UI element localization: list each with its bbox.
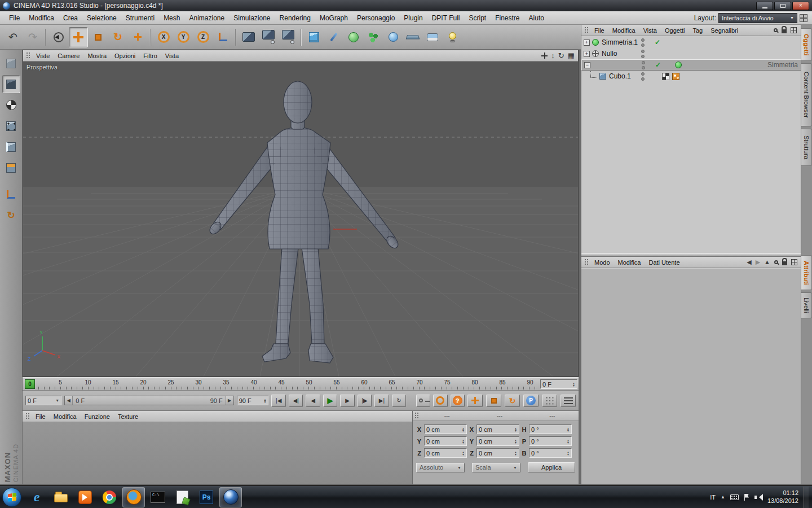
history-forward-icon[interactable]: ▶: [756, 259, 760, 265]
menu-personaggio[interactable]: Personaggio: [352, 14, 399, 22]
viewport-menu-vista[interactable]: Vista: [161, 52, 183, 59]
record-pla-toggle[interactable]: [542, 395, 557, 407]
rotate-view-icon[interactable]: ↻: [558, 52, 564, 59]
range-track[interactable]: 0 F 90 F: [72, 396, 226, 405]
phong-tag-icon[interactable]: [672, 73, 679, 80]
materials-menu-texture[interactable]: Texture: [114, 413, 142, 420]
goto-end-button[interactable]: ▶|: [374, 395, 389, 407]
pin-icon[interactable]: ▲: [764, 259, 770, 265]
om-menu-vista[interactable]: Vista: [639, 27, 661, 34]
panel-menu-icon[interactable]: [791, 259, 797, 265]
apply-button[interactable]: Applica: [528, 462, 575, 472]
timeline-ruler[interactable]: 0 5 10 15 20 25 30 35 40 45 50 55 60 65 …: [23, 377, 579, 391]
om-menu-modifica[interactable]: Modifica: [608, 27, 639, 34]
enabled-check-icon[interactable]: ✓: [655, 61, 661, 69]
perspective-viewport[interactable]: Prospettiva: [23, 62, 578, 376]
taskbar-chrome-button[interactable]: [98, 487, 121, 507]
layout-select[interactable]: Interfaccia di Avvio ▼: [718, 13, 797, 23]
lock-icon[interactable]: [782, 29, 787, 33]
coords-scale-select[interactable]: Scala ▼: [472, 463, 520, 472]
materials-menu-funzione[interactable]: Funzione: [81, 413, 114, 420]
texture-tag-icon[interactable]: [662, 73, 669, 80]
visibility-dots[interactable]: [641, 50, 645, 58]
menu-plugin[interactable]: Plugin: [399, 14, 427, 22]
taskbar-cinema4d-button[interactable]: [219, 487, 242, 507]
taskbar-photoshop-button[interactable]: Ps: [195, 487, 218, 507]
om-menu-tag[interactable]: Tag: [689, 27, 707, 34]
end-frame-spinner[interactable]: ▲▼: [264, 398, 267, 403]
show-desktop-button[interactable]: [804, 487, 809, 508]
coords-position-header[interactable]: ---: [421, 413, 473, 419]
model-mode-button[interactable]: [2, 75, 20, 93]
scale-tool-button[interactable]: [89, 27, 108, 47]
previous-key-button[interactable]: ◀|: [289, 395, 303, 407]
texture-mode-button[interactable]: [2, 96, 20, 114]
start-button[interactable]: [2, 488, 21, 507]
add-subdivision-surface-button[interactable]: [344, 27, 363, 47]
hidden-icons-chevron[interactable]: ▲: [721, 494, 725, 500]
taskbar-explorer-button[interactable]: [50, 487, 72, 507]
size-z-field[interactable]: 0 cm▲▼: [476, 448, 519, 458]
record-keyframe-button[interactable]: [416, 395, 430, 407]
material-list-area[interactable]: [23, 422, 412, 484]
goto-start-button[interactable]: |◀: [271, 395, 285, 407]
panel-drag-handle[interactable]: [414, 412, 419, 419]
pos-y-field[interactable]: 0 cm▲▼: [424, 436, 467, 446]
menu-script[interactable]: Script: [465, 14, 491, 22]
menu-selezione[interactable]: Selezione: [82, 14, 121, 22]
add-primitive-cube-button[interactable]: [304, 27, 324, 47]
play-button[interactable]: ▶: [323, 395, 337, 407]
language-indicator[interactable]: IT: [710, 494, 716, 501]
panel-drag-handle[interactable]: [25, 413, 30, 420]
object-row-simmetria1[interactable]: + Simmetria.1 ✓: [581, 37, 801, 48]
minimize-button[interactable]: [756, 2, 773, 10]
panel-drag-handle[interactable]: [584, 27, 589, 34]
add-light-button[interactable]: [443, 27, 462, 47]
expand-toggle-icon[interactable]: +: [584, 40, 590, 46]
edges-mode-button[interactable]: [2, 138, 20, 156]
record-scale-toggle[interactable]: [486, 395, 501, 407]
lock-x-axis-button[interactable]: X: [154, 27, 173, 47]
range-right-arrow[interactable]: ▶: [226, 396, 233, 405]
rot-p-field[interactable]: 0 °▲▼: [529, 436, 572, 446]
previous-frame-button[interactable]: ◀: [306, 395, 320, 407]
rotate-tool-button[interactable]: ↻: [108, 27, 127, 47]
history-back-icon[interactable]: ◀: [747, 259, 751, 265]
timeline-range-slider[interactable]: ◀ 0 F 90 F ▶: [64, 396, 233, 405]
visibility-dots[interactable]: [642, 61, 645, 69]
record-rotation-toggle[interactable]: ↻: [505, 395, 520, 407]
taskbar-editor-button[interactable]: [171, 487, 193, 507]
coords-size-header[interactable]: ---: [473, 413, 526, 419]
menu-simulazione[interactable]: Simulazione: [229, 14, 275, 22]
add-floor-button[interactable]: [403, 27, 422, 47]
viewport-menu-opzioni[interactable]: Opzioni: [111, 52, 139, 59]
menu-aiuto[interactable]: Aiuto: [524, 14, 549, 22]
enable-axis-button[interactable]: [2, 185, 20, 203]
taskbar-media-button[interactable]: [74, 487, 96, 507]
render-picture-vi ewer-button[interactable]: [259, 27, 278, 47]
om-menu-segnalibri[interactable]: Segnalibri: [707, 27, 742, 34]
enabled-check-icon[interactable]: ✓: [655, 38, 660, 46]
undo-button[interactable]: ↶: [3, 27, 23, 47]
menu-rendering[interactable]: Rendering: [275, 14, 315, 22]
pos-z-field[interactable]: 0 cm▲▼: [424, 448, 467, 458]
viewport-menu-viste[interactable]: Viste: [32, 52, 54, 59]
am-menu-modo[interactable]: Modo: [590, 259, 614, 266]
keyframe-help-button[interactable]: ?: [451, 395, 465, 407]
pos-x-field[interactable]: 0 cm▲▼: [424, 424, 467, 434]
viewport-menu-mostra[interactable]: Mostra: [83, 52, 111, 59]
render-view-button[interactable]: [239, 27, 258, 47]
rot-h-field[interactable]: 0 °▲▼: [529, 424, 572, 434]
frame-number-field[interactable]: 0 F ▼: [25, 396, 61, 405]
tab-content-browser[interactable]: Content Browser: [801, 63, 812, 126]
volume-icon[interactable]: [754, 494, 762, 501]
tab-attributi[interactable]: Attributi: [801, 255, 812, 290]
maximize-button[interactable]: [774, 2, 791, 10]
am-menu-modifica[interactable]: Modifica: [614, 259, 645, 266]
points-mode-button[interactable]: [2, 117, 20, 135]
keyboard-indicator-icon[interactable]: [730, 494, 739, 500]
visibility-dots[interactable]: [641, 38, 645, 47]
object-row-nullo[interactable]: + Nullo: [581, 48, 801, 59]
snap-settings-button[interactable]: ↻: [2, 206, 20, 224]
next-frame-button[interactable]: ▶: [340, 395, 354, 407]
